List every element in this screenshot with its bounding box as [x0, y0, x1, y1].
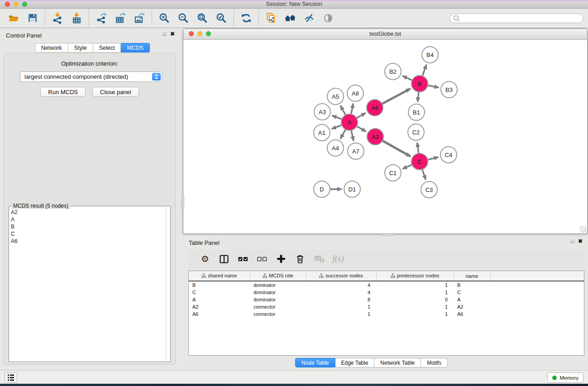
edge-C-C4[interactable] [428, 157, 439, 160]
edge-A-A5[interactable] [340, 105, 345, 114]
tab-select[interactable]: Select [93, 43, 121, 52]
task-history-button[interactable] [5, 372, 17, 383]
deselect-all-columns-button[interactable] [253, 251, 272, 267]
delete-table-button[interactable] [310, 251, 329, 267]
zoom-in-button[interactable] [156, 10, 172, 26]
zoom-fit-button[interactable] [194, 10, 210, 26]
tab-style[interactable]: Style [68, 43, 93, 52]
column-header-shared-name[interactable]: shared name [189, 271, 250, 281]
table-cell[interactable]: A [189, 296, 250, 303]
table-cell[interactable]: A2 [454, 303, 490, 310]
edge-C-C3[interactable] [422, 170, 426, 180]
refresh-layout-button[interactable] [238, 10, 254, 26]
edge-B-B3[interactable] [428, 86, 439, 88]
table-cell[interactable]: dominator [250, 296, 306, 303]
column-header-predecessor-nodes[interactable]: predecessor nodes [376, 271, 454, 281]
table-cell[interactable]: A [454, 296, 490, 303]
edge-A2-C[interactable] [383, 141, 411, 156]
edge-A-A4[interactable] [340, 130, 345, 139]
tab-network-table[interactable]: Network Table [374, 358, 421, 367]
export-table-button[interactable] [112, 10, 129, 26]
hide-panels-button[interactable] [301, 10, 317, 26]
splitter-handle-left[interactable] [181, 195, 184, 208]
tab-edge-table[interactable]: Edge Table [335, 358, 375, 367]
close-panel-icon[interactable]: ✖ [170, 31, 175, 37]
column-header-name[interactable]: name [454, 271, 490, 281]
table-cell[interactable]: B [454, 281, 490, 289]
export-network-button[interactable] [93, 10, 110, 26]
tab-node-table[interactable]: Node Table [295, 358, 335, 367]
column-header-successor-nodes[interactable]: successor nodes [306, 271, 376, 281]
network-window-titlebar[interactable]: testGlobe.txt [183, 29, 587, 40]
tab-network[interactable]: Network [35, 43, 68, 52]
home-views-button[interactable] [282, 10, 298, 26]
edge-A-A6[interactable] [357, 113, 366, 118]
table-cell[interactable]: 1 [306, 310, 376, 318]
table-cell[interactable]: 8 [306, 296, 376, 303]
table-cell[interactable]: 1 [376, 289, 454, 296]
mcds-result-item[interactable]: C [11, 230, 164, 238]
edge-B-B1[interactable] [418, 92, 419, 102]
open-folder-button[interactable] [5, 10, 22, 26]
delete-column-button[interactable] [291, 251, 310, 267]
run-mcds-button[interactable]: Run MCDS [40, 87, 86, 97]
table-cell[interactable]: A2 [189, 303, 250, 310]
table-cell[interactable]: 1 [376, 310, 454, 318]
edge-B-B2[interactable] [402, 76, 412, 81]
import-network-button[interactable] [49, 10, 66, 26]
table-cell[interactable]: connector [250, 310, 306, 318]
table-cell[interactable]: B [189, 281, 250, 289]
zoom-out-button[interactable] [175, 10, 191, 26]
table-cell[interactable]: 1 [376, 281, 454, 289]
column-header-MCDS-role[interactable]: MCDS role [250, 271, 306, 281]
mcds-result-item[interactable]: A6 [11, 238, 164, 245]
table-cell[interactable]: connector [250, 303, 306, 310]
tab-motifs[interactable]: Motifs [421, 358, 448, 367]
table-settings-button[interactable]: ⚙ [196, 251, 215, 267]
eye-button[interactable] [320, 10, 336, 26]
tab-mcds[interactable]: MCDS [121, 43, 150, 52]
result-scrollbar[interactable] [165, 207, 170, 361]
export-image-button[interactable] [131, 10, 148, 26]
edge-B-B4[interactable] [422, 65, 426, 76]
table-cell[interactable]: 1 [306, 303, 376, 310]
function-builder-button[interactable]: f(x) [329, 251, 348, 267]
import-table-button[interactable] [68, 10, 85, 26]
close-panel-icon[interactable]: ✖ [578, 238, 583, 244]
memory-button[interactable]: Memory [547, 372, 583, 383]
edge-C-C1[interactable] [402, 165, 411, 169]
float-panel-icon[interactable]: □ [571, 239, 574, 244]
select-all-columns-button[interactable] [234, 251, 253, 267]
table-cell[interactable]: dominator [250, 289, 306, 296]
add-column-button[interactable] [272, 251, 291, 267]
table-cell[interactable]: A6 [454, 310, 490, 318]
edge-C-C2[interactable] [417, 143, 419, 153]
duplicate-network-button[interactable] [263, 10, 279, 26]
zoom-selected-button[interactable] [213, 10, 229, 26]
edge-A-A3[interactable] [332, 115, 342, 119]
table-cell[interactable]: 4 [306, 281, 376, 289]
mcds-result-item[interactable]: A [11, 216, 164, 223]
float-panel-icon[interactable]: □ [163, 32, 166, 37]
split-panel-button[interactable] [215, 251, 234, 267]
network-graph-canvas[interactable]: B4B2BB3A5A8A6A3AB1A1A2C2A4A7C4CC1C3DD1 [183, 40, 587, 234]
table-cell[interactable]: C [454, 289, 490, 296]
edge-A-A7[interactable] [351, 131, 354, 141]
criterion-dropdown[interactable]: largest connected component (directed) [20, 71, 162, 82]
table-cell[interactable]: C [189, 289, 250, 296]
table-cell[interactable]: dominator [250, 281, 306, 289]
edge-A-A2[interactable] [357, 126, 366, 131]
table-cell[interactable]: 1 [376, 303, 454, 310]
mcds-result-item[interactable]: B [11, 223, 164, 230]
edge-A-A1[interactable] [332, 125, 342, 129]
table-cell[interactable]: 0 [376, 296, 454, 303]
edge-A6-B[interactable] [382, 89, 411, 104]
mcds-result-item[interactable]: A2 [11, 209, 164, 216]
table-cell[interactable]: A6 [189, 310, 250, 318]
window-resize-grip[interactable] [580, 226, 586, 233]
edge-A-A8[interactable] [351, 104, 354, 114]
table-cell[interactable]: 4 [306, 289, 376, 296]
close-panel-button[interactable]: Close panel [92, 87, 139, 97]
search-input[interactable] [462, 14, 580, 22]
save-session-button[interactable] [24, 10, 41, 26]
